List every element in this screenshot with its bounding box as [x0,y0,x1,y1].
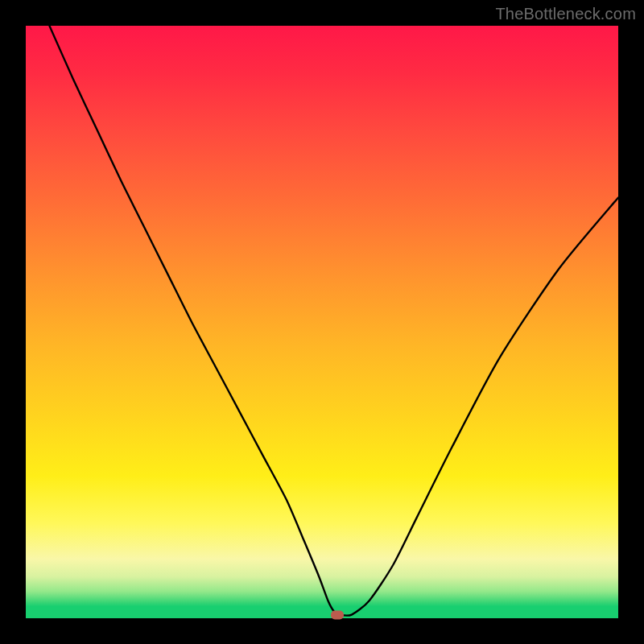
chart-frame: TheBottleneck.com [0,0,644,644]
plot-area [26,26,618,618]
watermark-text: TheBottleneck.com [495,5,636,23]
minimum-marker [331,610,344,619]
bottleneck-curve [26,26,618,618]
